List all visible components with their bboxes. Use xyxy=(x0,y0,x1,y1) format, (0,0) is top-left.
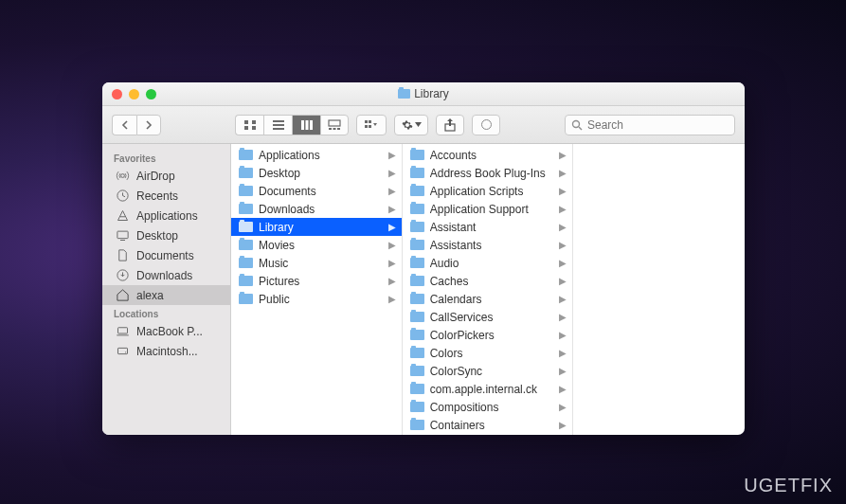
chevron-right-icon: ▶ xyxy=(388,186,396,196)
svg-rect-13 xyxy=(337,128,340,130)
chevron-left-icon xyxy=(121,120,129,130)
sidebar-item-applications[interactable]: Applications xyxy=(102,206,230,225)
chevron-right-icon: ▶ xyxy=(559,294,567,304)
sidebar-item-airdrop[interactable]: AirDrop xyxy=(102,166,230,186)
action-menu-button[interactable] xyxy=(394,115,428,135)
recents-icon xyxy=(116,189,130,203)
sidebar-item-alexa[interactable]: alexa xyxy=(102,285,230,305)
sidebar-item-macintosh-[interactable]: Macintosh... xyxy=(102,341,230,361)
watermark: UGETFIX xyxy=(744,475,833,496)
list-item[interactable]: Downloads▶ xyxy=(231,200,402,218)
chevron-right-icon: ▶ xyxy=(559,150,567,160)
list-item[interactable]: Application Scripts▶ xyxy=(403,182,573,200)
close-icon[interactable] xyxy=(112,89,122,99)
view-list-button[interactable] xyxy=(263,115,292,135)
sidebar-item-recents[interactable]: Recents xyxy=(102,186,230,206)
share-button[interactable] xyxy=(436,115,464,135)
item-label: Music xyxy=(259,257,383,270)
svg-point-19 xyxy=(573,120,580,127)
list-item[interactable]: Containers▶ xyxy=(403,416,573,434)
list-item[interactable]: Audio▶ xyxy=(403,254,573,272)
list-item[interactable]: Application Support▶ xyxy=(403,200,573,218)
list-item[interactable]: Applications▶ xyxy=(231,146,402,164)
sidebar-item-label: Downloads xyxy=(136,269,192,282)
search-field[interactable] xyxy=(565,115,735,135)
list-item[interactable]: ColorPickers▶ xyxy=(403,326,573,344)
list-item[interactable]: Movies▶ xyxy=(231,236,402,254)
list-item[interactable]: Colors▶ xyxy=(403,344,573,362)
zoom-icon[interactable] xyxy=(146,89,156,99)
search-icon xyxy=(571,119,583,131)
list-item[interactable]: Accounts▶ xyxy=(403,146,573,164)
list-item[interactable]: Assistant▶ xyxy=(403,218,573,236)
view-columns-button[interactable] xyxy=(292,115,320,135)
item-label: Applications xyxy=(259,149,383,162)
chevron-right-icon: ▶ xyxy=(559,186,567,196)
forward-button[interactable] xyxy=(136,115,161,135)
item-label: Pictures xyxy=(259,275,383,288)
list-item[interactable]: CallServices▶ xyxy=(403,308,573,326)
list-item[interactable]: Library▶ xyxy=(231,218,402,236)
sidebar-item-label: Desktop xyxy=(136,229,178,243)
chevron-right-icon: ▶ xyxy=(559,366,567,376)
svg-rect-14 xyxy=(365,120,368,123)
back-button[interactable] xyxy=(112,115,136,135)
item-label: Colors xyxy=(430,347,554,360)
list-item[interactable]: Assistants▶ xyxy=(403,236,573,254)
minimize-icon[interactable] xyxy=(129,89,139,99)
view-icon-button[interactable] xyxy=(235,115,263,135)
folder-icon xyxy=(239,150,253,160)
folder-icon xyxy=(410,276,424,286)
list-icon xyxy=(272,119,285,131)
svg-rect-17 xyxy=(369,125,371,128)
window-title-text: Library xyxy=(414,87,449,100)
item-label: Assistants xyxy=(430,239,554,252)
svg-rect-7 xyxy=(301,120,304,130)
svg-rect-0 xyxy=(244,120,248,124)
toolbar xyxy=(102,106,745,144)
folder-icon xyxy=(410,240,424,250)
item-label: Address Book Plug-Ins xyxy=(430,167,554,180)
grid-dropdown-icon xyxy=(365,119,378,131)
folder-icon xyxy=(239,258,253,268)
chevron-right-icon: ▶ xyxy=(559,348,567,358)
list-item[interactable]: Pictures▶ xyxy=(231,272,402,290)
chevron-right-icon: ▶ xyxy=(559,402,567,412)
chevron-right-icon: ▶ xyxy=(388,276,396,286)
laptop-icon xyxy=(116,324,130,338)
list-item[interactable]: Address Book Plug-Ins▶ xyxy=(403,164,573,182)
sidebar-item-macbook-p-[interactable]: MacBook P... xyxy=(102,321,230,341)
svg-rect-29 xyxy=(118,348,128,353)
list-item[interactable]: Desktop▶ xyxy=(231,164,402,182)
arrange-button[interactable] xyxy=(356,115,387,135)
folder-icon xyxy=(410,348,424,358)
chevron-right-icon: ▶ xyxy=(388,294,396,304)
list-item[interactable]: Compositions▶ xyxy=(403,398,573,416)
sidebar-item-label: AirDrop xyxy=(136,170,175,183)
list-item[interactable]: Music▶ xyxy=(231,254,402,272)
sidebar-item-downloads[interactable]: Downloads xyxy=(102,265,230,285)
folder-icon xyxy=(410,420,424,430)
list-item[interactable]: Documents▶ xyxy=(231,182,402,200)
view-gallery-button[interactable] xyxy=(320,115,349,135)
sidebar-item-desktop[interactable]: Desktop xyxy=(102,225,230,245)
folder-icon xyxy=(410,150,424,160)
item-label: Movies xyxy=(259,239,383,252)
chevron-right-icon: ▶ xyxy=(388,258,396,268)
list-item[interactable]: ColorSync▶ xyxy=(403,362,573,380)
list-item[interactable]: Calendars▶ xyxy=(403,290,573,308)
tags-button[interactable] xyxy=(472,115,500,135)
search-input[interactable] xyxy=(587,118,729,132)
list-item[interactable]: com.apple.internal.ck▶ xyxy=(403,380,573,398)
item-label: Desktop xyxy=(259,167,383,180)
chevron-down-icon xyxy=(415,122,422,127)
folder-icon xyxy=(410,258,424,268)
item-label: Assistant xyxy=(430,221,554,234)
list-item[interactable]: Caches▶ xyxy=(403,272,573,290)
chevron-right-icon: ▶ xyxy=(388,150,396,160)
chevron-right-icon: ▶ xyxy=(559,330,567,340)
sidebar-item-documents[interactable]: Documents xyxy=(102,245,230,265)
list-item[interactable]: Public▶ xyxy=(231,290,402,308)
svg-rect-3 xyxy=(252,126,256,130)
item-label: Audio xyxy=(430,257,554,270)
